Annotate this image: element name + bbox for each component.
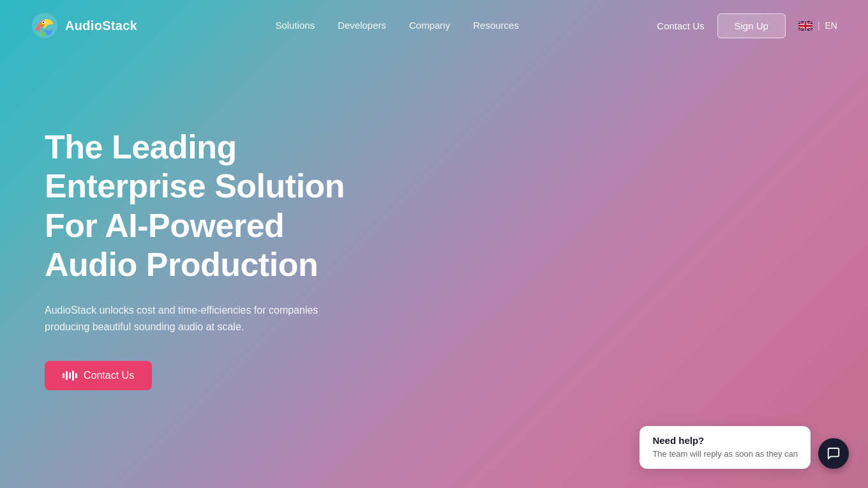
chat-open-button[interactable] [818,438,849,469]
hero-title: The Leading Enterprise Solution For AI-P… [45,128,364,284]
hero-cta-button[interactable]: Contact Us [45,361,152,390]
chat-widget: Need help? The team will reply as soon a… [640,426,849,469]
logo-icon [31,11,59,40]
nav-company[interactable]: Company [409,20,450,31]
signup-button[interactable]: Sign Up [717,13,786,38]
nav-solutions[interactable]: Solutions [275,20,315,31]
flag-icon [798,21,812,31]
navbar: AudioStack Solutions Developers Company … [0,0,868,51]
nav-right: Contact Us Sign Up | EN [657,13,837,38]
lang-divider: | [818,20,820,31]
svg-point-3 [43,22,44,23]
chat-title: Need help? [652,435,798,446]
nav-links: Solutions Developers Company Resources [275,20,519,31]
language-selector[interactable]: | EN [798,20,837,31]
nav-resources[interactable]: Resources [473,20,519,31]
chat-bubble: Need help? The team will reply as soon a… [640,426,811,469]
hero-section: The Leading Enterprise Solution For AI-P… [0,51,408,390]
nav-contact-link[interactable]: Contact Us [657,20,704,31]
chat-subtitle: The team will reply as soon as they can [652,448,798,460]
hero-subtitle: AudioStack unlocks cost and time-efficie… [45,302,364,335]
hero-cta-label: Contact Us [84,370,134,381]
logo-link[interactable]: AudioStack [31,11,137,40]
sound-wave-icon [63,370,77,381]
brand-name: AudioStack [65,19,137,33]
nav-developers[interactable]: Developers [338,20,386,31]
lang-code: EN [825,20,837,31]
chat-icon [827,446,841,461]
